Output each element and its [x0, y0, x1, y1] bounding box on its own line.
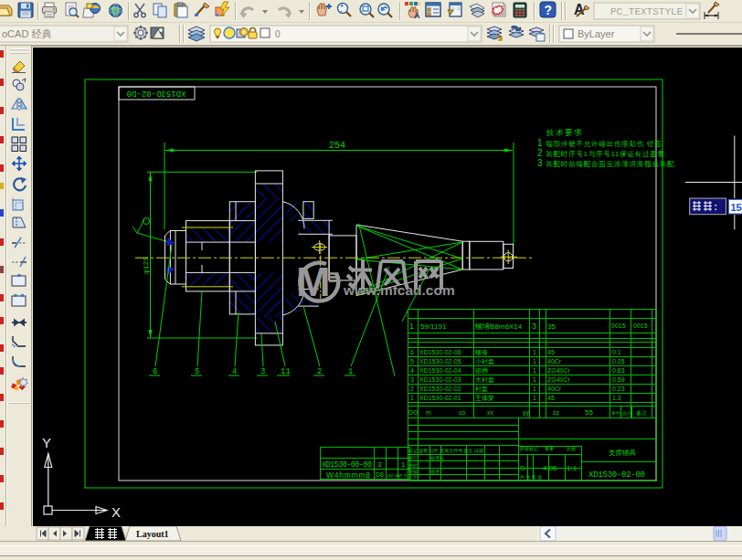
svg-text:ByLayer: ByLayer [578, 28, 615, 39]
svg-text:4: 4 [410, 367, 414, 374]
svg-text:-: - [340, 6, 343, 15]
svg-text:1: 1 [533, 358, 536, 365]
svg-text:XD1530-02-04: XD1530-02-04 [419, 367, 461, 374]
svg-text:0015: 0015 [633, 322, 648, 329]
svg-text:1: 1 [533, 386, 536, 392]
svg-text:技术要求: 技术要求 [546, 128, 583, 137]
svg-text:Layout1: Layout1 [136, 529, 169, 539]
svg-text:zz: zz [553, 409, 560, 416]
svg-text:S: S [520, 464, 525, 472]
svg-text:DO: DO [408, 409, 419, 416]
svg-text:40Cr: 40Cr [547, 358, 562, 365]
svg-text:0.05: 0.05 [612, 358, 625, 365]
svg-text:59/1191: 59/1191 [420, 322, 447, 331]
svg-text:XD153D-02-D0: XD153D-02-D0 [127, 89, 186, 98]
svg-text:X: X [111, 504, 121, 520]
svg-text:254: 254 [329, 141, 345, 151]
svg-text:1:1: 1:1 [567, 464, 578, 472]
svg-text:大衬套: 大衬套 [475, 376, 494, 384]
svg-text:4.06: 4.06 [543, 464, 557, 472]
svg-text:主体架: 主体架 [475, 394, 494, 402]
svg-text:D8: D8 [376, 471, 384, 478]
svg-text:40Cr: 40Cr [547, 386, 562, 392]
svg-text:1: 1 [409, 322, 414, 331]
svg-text:单件 总计: 单件 总计 [611, 410, 631, 416]
svg-text:5: 5 [410, 358, 414, 365]
svg-text:ZG40Cr: ZG40Cr [547, 376, 571, 383]
svg-text:螺堵B8m6X14: 螺堵B8m6X14 [475, 322, 523, 331]
svg-text:XD1530-02-05: XD1530-02-05 [419, 358, 461, 365]
svg-text:3: 3 [377, 460, 382, 469]
svg-text:45: 45 [547, 395, 555, 401]
svg-text:1: 1 [401, 460, 406, 469]
svg-text:0.59: 0.59 [612, 376, 625, 383]
svg-text:1: 1 [533, 367, 536, 374]
svg-text:标记 处数 分区 更改文件号 签名 日期: 标记 处数 分区 更改文件号 签名 日期 [408, 448, 483, 454]
svg-text:1: 1 [410, 395, 414, 401]
svg-text:2 装配时序号1与序号11保证有过盈量.: 2 装配时序号1与序号11保证有过盈量. [537, 148, 668, 158]
svg-text:Y: Y [42, 435, 51, 450]
svg-text:XD1530-02-02: XD1530-02-02 [419, 386, 461, 392]
svg-text:标准化: 标准化 [429, 455, 444, 461]
svg-text:45: 45 [547, 349, 555, 355]
svg-text:φ125: φ125 [142, 257, 150, 274]
svg-text:1: 1 [533, 349, 536, 355]
svg-text:共 张 第 张: 共 张 第 张 [520, 474, 542, 481]
svg-text:0015: 0015 [611, 322, 626, 329]
svg-text:oCAD 经典: oCAD 经典 [2, 28, 51, 39]
svg-text:1: 1 [533, 395, 536, 401]
svg-text:阶段标记: 阶段标记 [520, 446, 538, 452]
svg-text:55: 55 [585, 408, 593, 417]
svg-text:锥柄: 锥柄 [474, 367, 488, 375]
svg-text:m: m [426, 409, 431, 416]
svg-text:小衬套: 小衬套 [475, 358, 494, 365]
svg-text:1: 1 [533, 376, 536, 383]
svg-text:备注: 备注 [636, 409, 647, 417]
svg-text:1.3: 1.3 [612, 395, 621, 401]
svg-text:XD1530-02-00: XD1530-02-00 [588, 470, 645, 480]
svg-text:1 端部淬硬不允许碰出伤痕划伤 镗面.: 1 端部淬硬不允许碰出伤痕划伤 镗面. [537, 138, 665, 148]
svg-text:A: A [414, 11, 420, 20]
svg-text:xx: xx [487, 409, 494, 416]
svg-text:ZG40Cr: ZG40Cr [547, 367, 571, 374]
svg-text:3 装配时前端配合面应涂薄润滑脂后装配.: 3 装配时前端配合面应涂薄润滑脂后装配. [537, 158, 677, 168]
svg-text:15: 15 [731, 202, 742, 213]
svg-text:3: 3 [532, 322, 536, 331]
svg-text:www.mfcad.com: www.mfcad.com [343, 282, 455, 298]
svg-text:6: 6 [410, 349, 414, 355]
svg-text:衬套: 衬套 [475, 386, 488, 393]
svg-text:XD1530-02-03: XD1530-02-03 [419, 376, 461, 383]
svg-text:批准: 批准 [430, 469, 440, 475]
svg-text:yy: yy [523, 409, 530, 417]
svg-text:支撑辅具: 支撑辅具 [609, 449, 637, 457]
svg-text:重量: 重量 [545, 446, 554, 451]
svg-text:XD1530-02-06: XD1530-02-06 [419, 349, 461, 355]
svg-text:比例: 比例 [567, 446, 576, 452]
svg-text:?: ? [545, 3, 553, 17]
svg-text:0.83: 0.83 [612, 367, 625, 374]
svg-text:XD1530-00-00: XD1530-00-00 [322, 460, 372, 470]
svg-text:3: 3 [410, 376, 414, 383]
svg-text:2: 2 [410, 386, 414, 392]
svg-text:PC_TEXTSTYLE: PC_TEXTSTYLE [610, 6, 684, 17]
svg-text:0.23: 0.23 [612, 386, 625, 392]
svg-text:0: 0 [275, 29, 281, 39]
svg-text:35: 35 [547, 322, 556, 331]
svg-text:W4hmmm8: W4hmmm8 [326, 470, 370, 480]
svg-text:螺母: 螺母 [475, 349, 488, 355]
svg-text:0.1: 0.1 [612, 349, 621, 355]
svg-text:co: co [459, 409, 466, 416]
svg-text:XD1530-02-01: XD1530-02-01 [419, 395, 461, 401]
svg-text:n n: n n [399, 472, 407, 478]
